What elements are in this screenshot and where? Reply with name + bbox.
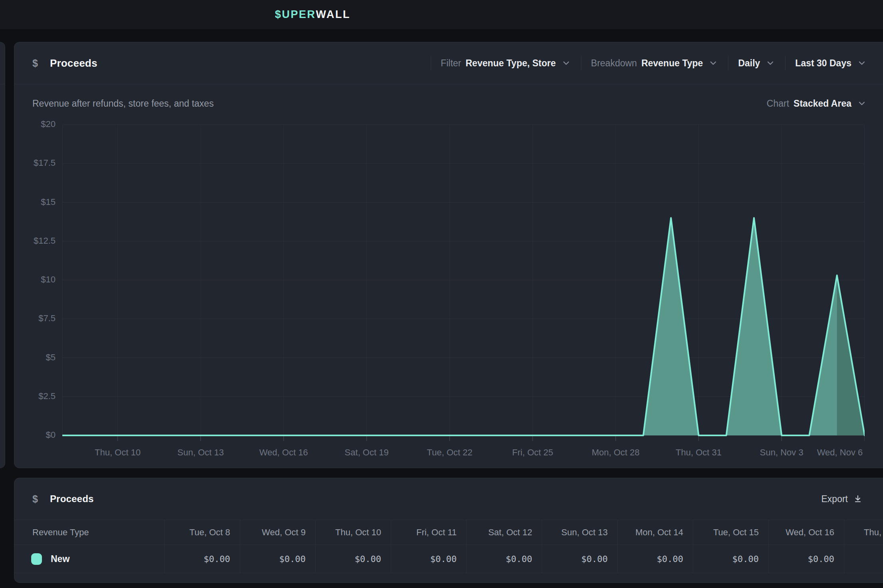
table-card-header: $ Proceeds Export bbox=[14, 478, 883, 520]
column-header-revenue-type: Revenue Type bbox=[14, 520, 164, 544]
value-cell: $0.00 bbox=[768, 545, 844, 573]
column-header-date: Mon, Oct 14 bbox=[617, 520, 693, 544]
row-label-cell: New bbox=[14, 545, 164, 573]
x-tick-label: Fri, Oct 25 bbox=[496, 447, 569, 458]
breakdown-value: Revenue Type bbox=[641, 58, 703, 69]
y-tick-label: $7.5 bbox=[14, 313, 56, 324]
column-header-date: Sat, Oct 12 bbox=[466, 520, 542, 544]
table-card-title: Proceeds bbox=[50, 493, 94, 505]
proceeds-area-chart[interactable] bbox=[62, 120, 865, 442]
chart-controls: Filter Revenue Type, Store Breakdown Rev… bbox=[421, 56, 867, 70]
dollar-icon: $ bbox=[32, 58, 38, 69]
y-tick-label: $20 bbox=[14, 119, 56, 129]
proceeds-chart-card: $ Proceeds Filter Revenue Type, Store Br… bbox=[14, 42, 883, 468]
value-cell: $0.00 bbox=[466, 545, 542, 573]
column-header-date: Wed, Oct 16 bbox=[768, 520, 844, 544]
export-button[interactable]: Export bbox=[821, 494, 863, 505]
chevron-down-icon bbox=[708, 58, 718, 68]
table-row: New$0.00$0.00$0.00$0.00$0.00$0.00$0.00$0… bbox=[14, 545, 883, 573]
x-tick-label: Tue, Oct 22 bbox=[413, 447, 486, 458]
adjacent-card-edge bbox=[0, 42, 5, 468]
chevron-down-icon bbox=[857, 58, 867, 68]
value-cell: $0.00 bbox=[617, 545, 693, 573]
logo-accent: $UPER bbox=[275, 8, 316, 21]
column-header-date: Thu, Oct 10 bbox=[315, 520, 391, 544]
y-tick-label: $2.5 bbox=[14, 391, 56, 401]
x-tick-label: Mon, Oct 28 bbox=[579, 447, 652, 458]
x-tick-label: Wed, Nov 6 bbox=[803, 447, 877, 458]
row-label: New bbox=[51, 554, 70, 564]
series-color-swatch bbox=[31, 553, 42, 565]
column-header-date: Thu, Oct 17 bbox=[844, 520, 883, 544]
x-tick-label: Wed, Oct 16 bbox=[247, 447, 320, 458]
proceeds-table-card: $ Proceeds Export Revenue TypeTue, Oct 8… bbox=[14, 478, 883, 583]
y-tick-label: $0 bbox=[14, 430, 56, 440]
chevron-down-icon bbox=[857, 98, 867, 109]
chart-card-header: $ Proceeds Filter Revenue Type, Store Br… bbox=[14, 42, 883, 84]
column-header-date: Tue, Oct 8 bbox=[164, 520, 240, 544]
column-header-date: Sun, Oct 13 bbox=[542, 520, 617, 544]
x-tick-label: Sat, Oct 19 bbox=[330, 447, 404, 458]
filter-value: Revenue Type, Store bbox=[465, 58, 556, 69]
y-tick-label: $5 bbox=[14, 352, 56, 363]
column-header-date: Wed, Oct 9 bbox=[240, 520, 315, 544]
chart-type-value: Stacked Area bbox=[794, 98, 851, 109]
column-header-date: Tue, Oct 15 bbox=[693, 520, 768, 544]
y-tick-label: $10 bbox=[14, 274, 56, 285]
filter-label: Filter bbox=[441, 58, 461, 69]
chart-subheader: Revenue after refunds, store fees, and t… bbox=[14, 84, 883, 120]
interval-dropdown[interactable]: Daily bbox=[738, 58, 776, 69]
chevron-down-icon bbox=[765, 58, 776, 68]
divider bbox=[431, 56, 431, 70]
y-tick-label: $15 bbox=[14, 197, 56, 207]
y-tick-label: $12.5 bbox=[14, 236, 56, 246]
breakdown-dropdown[interactable]: Breakdown Revenue Type bbox=[591, 58, 718, 69]
x-tick-label: Thu, Oct 10 bbox=[81, 447, 154, 458]
logo-rest: WALL bbox=[316, 8, 350, 21]
chart-type-dropdown[interactable]: Chart Stacked Area bbox=[767, 98, 867, 109]
x-tick-label: Thu, Oct 31 bbox=[662, 447, 736, 458]
date-range-value: Last 30 Days bbox=[795, 58, 851, 69]
export-label: Export bbox=[821, 494, 848, 505]
table-header-row: Revenue TypeTue, Oct 8Wed, Oct 9Thu, Oct… bbox=[14, 520, 883, 545]
dollar-icon: $ bbox=[32, 493, 38, 505]
date-range-dropdown[interactable]: Last 30 Days bbox=[795, 58, 867, 69]
y-tick-label: $17.5 bbox=[14, 158, 56, 168]
column-header-date: Fri, Oct 11 bbox=[391, 520, 466, 544]
chevron-down-icon bbox=[561, 58, 571, 68]
value-cell: $0.00 bbox=[693, 545, 768, 573]
divider bbox=[728, 56, 728, 70]
filter-dropdown[interactable]: Filter Revenue Type, Store bbox=[441, 58, 571, 69]
chart-type-label: Chart bbox=[767, 98, 789, 109]
superwall-logo[interactable]: $UPERWALL bbox=[275, 0, 350, 29]
chart-subtitle: Revenue after refunds, store fees, and t… bbox=[32, 98, 214, 109]
top-bar: $UPERWALL bbox=[0, 0, 883, 29]
divider bbox=[785, 56, 786, 70]
chart-card-title: Proceeds bbox=[50, 57, 97, 70]
value-cell: $0.00 bbox=[844, 545, 883, 573]
x-tick-label: Sun, Oct 13 bbox=[164, 447, 237, 458]
value-cell: $0.00 bbox=[391, 545, 466, 573]
download-icon bbox=[853, 494, 863, 504]
interval-value: Daily bbox=[738, 58, 760, 69]
divider bbox=[581, 56, 581, 70]
breakdown-label: Breakdown bbox=[591, 58, 637, 69]
value-cell: $0.00 bbox=[542, 545, 617, 573]
value-cell: $0.00 bbox=[164, 545, 240, 573]
value-cell: $0.00 bbox=[240, 545, 315, 573]
value-cell: $0.00 bbox=[315, 545, 391, 573]
table-body: New$0.00$0.00$0.00$0.00$0.00$0.00$0.00$0… bbox=[14, 545, 883, 573]
